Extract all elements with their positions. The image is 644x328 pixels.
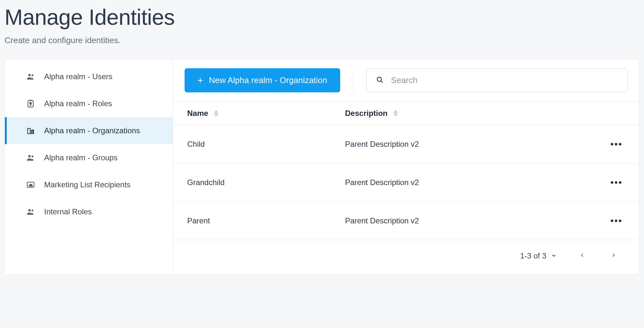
toolbar-divider: [353, 69, 353, 92]
group-icon: [26, 153, 35, 162]
sort-icon: [393, 110, 398, 117]
cell-name: Child: [187, 140, 345, 149]
group-icon: [26, 72, 35, 81]
sidebar-item-marketing-list[interactable]: Marketing List Recipients: [5, 171, 173, 198]
row-actions-button[interactable]: •••: [608, 137, 625, 151]
cell-description: Parent Description v2: [345, 216, 596, 225]
search-icon: [376, 76, 384, 85]
svg-point-8: [32, 210, 34, 211]
sidebar-item-label: Marketing List Recipients: [44, 180, 130, 189]
next-page-button[interactable]: [608, 251, 620, 260]
sidebar-item-roles[interactable]: Alpha realm - Roles: [5, 90, 173, 117]
search-input[interactable]: [391, 75, 618, 85]
badge-icon: [26, 99, 35, 108]
sidebar-item-label: Alpha realm - Organizations: [44, 126, 140, 135]
row-actions-button[interactable]: •••: [608, 176, 625, 189]
svg-point-4: [28, 155, 31, 157]
sidebar-item-label: Internal Roles: [44, 207, 92, 216]
chevron-right-icon: [611, 252, 617, 259]
cloud-icon: [26, 180, 35, 189]
sidebar-item-organizations[interactable]: Alpha realm - Organizations: [5, 117, 173, 144]
domain-icon: [26, 126, 35, 135]
svg-line-10: [381, 81, 382, 82]
svg-point-7: [28, 209, 31, 211]
sidebar-item-label: Alpha realm - Roles: [44, 99, 112, 108]
pagination: 1-3 of 3: [173, 240, 639, 275]
column-header-description[interactable]: Description: [345, 109, 596, 118]
chevron-left-icon: [579, 252, 585, 259]
svg-point-3: [30, 102, 32, 104]
table-row[interactable]: Grandchild Parent Description v2 •••: [173, 164, 639, 202]
cell-description: Parent Description v2: [345, 178, 596, 187]
sidebar-item-label: Alpha realm - Users: [44, 72, 112, 81]
svg-point-9: [377, 77, 381, 81]
svg-marker-13: [393, 110, 398, 113]
search-box[interactable]: [366, 69, 628, 92]
column-header-name[interactable]: Name: [187, 109, 345, 118]
main-panel: Alpha realm - Users Alpha realm - Roles …: [5, 59, 639, 275]
toolbar: + New Alpha realm - Organization: [173, 59, 639, 101]
more-horizontal-icon: •••: [610, 177, 622, 188]
organizations-table: Name Description: [173, 101, 639, 240]
new-button-label: New Alpha realm - Organization: [209, 75, 327, 85]
table-row[interactable]: Child Parent Description v2 •••: [173, 125, 639, 164]
sidebar-item-groups[interactable]: Alpha realm - Groups: [5, 144, 173, 171]
svg-marker-14: [393, 114, 398, 117]
svg-point-5: [32, 155, 34, 157]
svg-marker-11: [214, 110, 218, 113]
table-header-row: Name Description: [173, 102, 639, 125]
plus-icon: +: [197, 76, 203, 85]
page-title: Manage Identities: [5, 5, 639, 30]
column-label: Description: [345, 109, 388, 118]
content-area: + New Alpha realm - Organization Name: [173, 59, 639, 275]
svg-point-0: [28, 74, 31, 76]
cell-name: Grandchild: [187, 178, 345, 187]
sidebar-item-internal-roles[interactable]: Internal Roles: [5, 198, 173, 225]
page-subtitle: Create and configure identities.: [5, 35, 639, 45]
more-horizontal-icon: •••: [610, 139, 622, 149]
svg-point-1: [32, 74, 34, 76]
page-range-label: 1-3 of 3: [520, 251, 546, 260]
row-actions-button[interactable]: •••: [608, 214, 625, 228]
more-horizontal-icon: •••: [610, 215, 622, 226]
page-range-selector[interactable]: 1-3 of 3: [520, 251, 557, 260]
cell-name: Parent: [187, 216, 345, 225]
table-row[interactable]: Parent Parent Description v2 •••: [173, 202, 639, 240]
sidebar-item-users[interactable]: Alpha realm - Users: [5, 63, 173, 90]
cell-description: Parent Description v2: [345, 140, 596, 149]
chevron-down-icon: [551, 251, 557, 260]
group-icon: [26, 207, 35, 216]
sort-icon: [214, 110, 218, 117]
previous-page-button[interactable]: [576, 251, 588, 260]
new-organization-button[interactable]: + New Alpha realm - Organization: [185, 68, 340, 92]
svg-marker-12: [214, 114, 218, 117]
sidebar-item-label: Alpha realm - Groups: [44, 153, 118, 162]
column-label: Name: [187, 109, 208, 118]
sidebar: Alpha realm - Users Alpha realm - Roles …: [5, 59, 173, 275]
